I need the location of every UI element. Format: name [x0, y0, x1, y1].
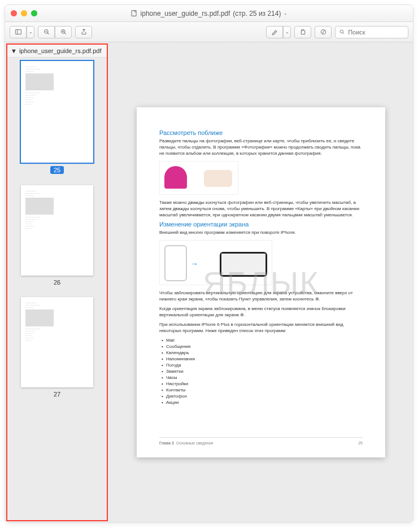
paragraph: Когда ориентация экрана заблокирована, в… [159, 306, 363, 318]
page-footer: Глава 3 Основные сведения 25 [159, 437, 363, 446]
disclosure-triangle-icon[interactable]: ▼ [11, 47, 17, 54]
list-item: Календарь [162, 350, 363, 356]
list-item: Часы [162, 374, 363, 381]
thumbnail-page[interactable]: — — — — —— — — — — — —— — — —— — — — — —… [21, 61, 93, 163]
window: iphone_user_guide_rs.pdf.pdf (стр. 25 из… [5, 5, 413, 523]
heading-2: Изменение ориентации экрана [159, 221, 363, 228]
zoom-in-icon [60, 28, 67, 36]
list-item: Погода [162, 362, 363, 368]
thumbnail-page[interactable]: — — — — —— — — — — — —— — — —— — — — — —… [21, 297, 93, 387]
file-icon [130, 10, 138, 17]
list-item: Контакты [162, 387, 363, 393]
thumbnail-page[interactable]: — — — — —— — — — — — —— — — —— — — — — —… [21, 185, 93, 276]
thumbnail-item[interactable]: — — — — —— — — — — — —— — — —— — — — — —… [21, 185, 93, 286]
titlebar: iphone_user_guide_rs.pdf.pdf (стр. 25 из… [5, 5, 413, 22]
thumbnail-item[interactable]: — — — — —— — — — — — —— — — —— — — — — —… [21, 297, 93, 398]
sidebar-toggle-button[interactable] [10, 26, 27, 38]
pdf-page: Рассмотреть поближе Разведите пальцы на … [137, 107, 385, 457]
heading-1: Рассмотреть поближе [159, 130, 363, 136]
list-item: Сообщения [162, 343, 363, 350]
paragraph: Внешний вид многих программ изменяется п… [159, 229, 363, 236]
svg-rect-1 [15, 29, 21, 34]
title-filename: iphone_user_guide_rs.pdf.pdf [141, 10, 230, 18]
footer-pagenum: 25 [358, 440, 363, 446]
list-item: Акции [162, 399, 363, 405]
paragraph: Чтобы заблокировать вертикальную ориента… [159, 290, 363, 302]
sidebar-filename: iphone_user_guide_rs.pdf.pdf [19, 47, 102, 54]
svg-point-12 [340, 30, 343, 33]
content-area: ▼ iphone_user_guide_rs.pdf.pdf — — — — —… [5, 42, 413, 522]
footer-left: Глава 3 Основные сведения [159, 440, 213, 446]
sidebar-menu-button[interactable]: ⌄ [27, 26, 34, 38]
highlight-button[interactable] [266, 26, 283, 38]
svg-line-4 [47, 33, 49, 34]
svg-rect-10 [301, 30, 305, 34]
paragraph: Также можно дважды коснуться фотографии … [159, 199, 363, 218]
thumbnail-number: 27 [54, 391, 60, 398]
zoom-in-button[interactable] [55, 26, 72, 38]
minimize-button[interactable] [21, 10, 27, 16]
thumbnail-number: 25 [50, 166, 64, 174]
zoom-out-button[interactable] [38, 26, 55, 38]
search-icon [339, 28, 345, 36]
toolbar: ⌄ ⌄ [5, 22, 413, 42]
rotate-icon [299, 28, 307, 36]
sidebar-icon [15, 28, 22, 36]
search-field[interactable] [335, 26, 408, 38]
search-input[interactable] [348, 29, 404, 36]
markup-button[interactable] [315, 26, 332, 38]
share-button[interactable] [75, 26, 92, 38]
zoom-out-icon [43, 28, 50, 36]
pinch-figure [159, 161, 238, 195]
list-item: Напоминания [162, 356, 363, 362]
paragraph: Разведите пальцы на фотографии, веб-стра… [159, 138, 363, 156]
main-view[interactable]: Рассмотреть поближе Разведите пальцы на … [109, 42, 413, 522]
chevron-down-icon: ⌄ [29, 29, 33, 34]
list-item: Заметки [162, 368, 363, 374]
list-item: Настройки [162, 381, 363, 387]
traffic-lights [11, 10, 37, 16]
svg-rect-0 [132, 11, 136, 16]
chevron-down-icon: ⌄ [285, 29, 289, 34]
close-button[interactable] [11, 10, 17, 16]
svg-line-7 [64, 33, 66, 34]
list-item: Диктофон [162, 393, 363, 399]
list-item: Mail [162, 337, 363, 343]
markup-icon [320, 28, 327, 36]
thumbnail-sidebar: ▼ iphone_user_guide_rs.pdf.pdf — — — — —… [6, 43, 108, 521]
rotation-figure: → [159, 240, 272, 285]
chevron-down-icon: ⌄ [284, 11, 288, 16]
highlight-icon [271, 28, 278, 36]
svg-line-13 [343, 33, 344, 34]
sidebar-header[interactable]: ▼ iphone_user_guide_rs.pdf.pdf [7, 45, 107, 58]
rotate-button[interactable] [294, 26, 311, 38]
share-icon [80, 28, 88, 36]
highlight-menu-button[interactable]: ⌄ [283, 26, 291, 38]
app-list: MailСообщенияКалендарьНапоминанияПогодаЗ… [162, 337, 363, 405]
paragraph: При использовании iPhone 6 Plus в горизо… [159, 321, 363, 334]
zoom-button[interactable] [31, 10, 37, 16]
title-pageinfo: (стр. 25 из 214) [233, 10, 281, 18]
window-title[interactable]: iphone_user_guide_rs.pdf.pdf (стр. 25 из… [130, 10, 288, 18]
thumbnail-item[interactable]: — — — — —— — — — — — —— — — —— — — — — —… [21, 61, 93, 174]
thumbnail-number: 26 [54, 279, 60, 286]
thumbnail-list[interactable]: — — — — —— — — — — — —— — — —— — — — — —… [7, 58, 107, 520]
